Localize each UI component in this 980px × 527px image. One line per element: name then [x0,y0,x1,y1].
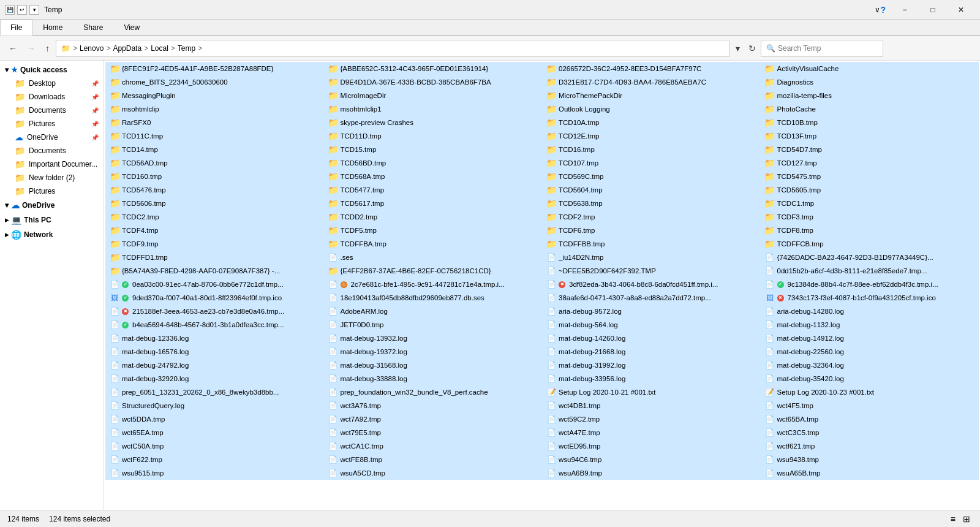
list-item[interactable]: 📁 TCD10B.tmp [761,116,979,129]
list-item[interactable]: 📄 mat-debug-31568.log [324,358,543,372]
list-item[interactable]: 📄 mat-debug-12336.log [105,332,324,345]
minimize-button[interactable]: − [891,0,919,20]
list-item[interactable]: 📄 wct4DB1.tmp [542,399,761,412]
list-item[interactable]: 📄 ✔ 0ea03c00-91ec-47ab-8706-0bb6e772c1df… [105,278,324,291]
list-item[interactable]: 📄 _iu14D2N.tmp [542,251,761,264]
list-item[interactable]: 📄 wctFE8B.tmp [324,453,543,466]
list-item[interactable]: 📄 {7426DADC-BA23-4647-92D3-B1D977A3449C}… [761,251,979,264]
sidebar-thispc-section[interactable]: ▸ 💻 This PC [0,213,104,227]
titlebar-undo-icon[interactable]: ↩ [17,5,27,15]
list-item[interactable]: 📁 TCD5605.tmp [761,183,979,197]
list-item[interactable]: 📄 mat-debug-31992.log [542,358,761,372]
tiles-view-button[interactable]: ⊞ [960,513,973,525]
list-item[interactable]: 📁 MicroImageDir [324,89,543,102]
list-item[interactable]: 📄 mat-debug-1132.log [761,318,979,332]
list-item[interactable]: 📁 TCDFFBA.tmp [324,237,543,251]
list-item[interactable]: 📁 ActivityVisualCache [761,62,979,75]
list-item[interactable]: 📁 TCD13F.tmp [761,129,979,143]
list-item[interactable]: 📁 TCDF2.tmp [542,210,761,224]
list-item[interactable]: 📄 ✔ b4ea5694-648b-4567-8d01-3b1a0dfea3cc… [105,318,324,332]
list-item[interactable]: 📁 TCDF5.tmp [324,224,543,237]
back-button[interactable]: ← [5,41,21,56]
list-item[interactable]: 📄 wct4F5.tmp [761,399,979,412]
list-item[interactable]: 📁 TCDF6.tmp [542,224,761,237]
sidebar-item-downloads[interactable]: 📁 Downloads 📌 [0,90,104,104]
tab-file[interactable]: File [0,20,32,36]
list-item[interactable]: 📁 D321E817-C7D4-4D93-BAA4-786E85AEBA7C [542,75,761,89]
list-item[interactable]: 📁 TCD5476.tmp [105,183,324,197]
list-item[interactable]: 📄 wct5DDA.tmp [105,412,324,426]
list-item[interactable]: 📄 wsu9515.tmp [105,466,324,480]
list-item[interactable]: 📄 mat-debug-33956.log [542,372,761,385]
list-item[interactable]: 🖼 ✖ 7343c173-f3ef-4087-b1cf-0f9a431205cf… [761,291,979,305]
list-item[interactable]: 📁 mozilla-temp-files [761,89,979,102]
list-item[interactable]: 📄 wct7A92.tmp [324,412,543,426]
list-item[interactable]: 📁 TCDC1.tmp [761,197,979,210]
list-item[interactable]: 📁 0266572D-36C2-4952-8EE3-D154BFA7F97C [542,62,761,75]
list-item[interactable]: 📁 TCD5606.tmp [105,197,324,210]
close-button[interactable]: ✕ [947,0,975,20]
breadcrumb[interactable]: 📁 > Lenovo > AppData > Local > Temp > [56,40,729,57]
sidebar-network-section[interactable]: ▸ 🌐 Network [0,227,104,242]
list-item[interactable]: 📁 TCD14.tmp [105,143,324,156]
list-item[interactable]: 📁 TCD107.tmp [542,156,761,170]
list-item[interactable]: 📄 wctED95.tmp [542,439,761,453]
sidebar-item-documents[interactable]: 📁 Documents 📌 [0,104,104,117]
list-item[interactable]: 📁 msohtmlclip [105,102,324,116]
forward-button[interactable]: → [23,41,39,56]
list-item[interactable]: 📁 TCD56BD.tmp [324,156,543,170]
tab-share[interactable]: Share [73,20,113,35]
list-item[interactable]: 📁 Outlook Logging [542,102,761,116]
list-item[interactable]: 📁 TCDF9.tmp [105,237,324,251]
list-item[interactable]: 📄 mat-debug-22560.log [761,345,979,358]
list-item[interactable]: 📄 wctC3C5.tmp [761,426,979,439]
list-item[interactable]: 📄 mat-debug-14260.log [542,332,761,345]
list-item[interactable]: 📄 ✔ 9c1384de-88b4-4c7f-88ee-ebf62ddb4f3c… [761,278,979,291]
list-item[interactable]: 📁 TCDF3.tmp [761,210,979,224]
sidebar-item-documents2[interactable]: 📁 Documents [0,144,104,157]
list-item[interactable]: 📁 TCD5475.tmp [761,170,979,183]
sidebar-item-pictures[interactable]: 📁 Pictures 📌 [0,117,104,131]
list-item[interactable]: 📁 TCDFFD1.tmp [105,251,324,264]
titlebar-save-icon[interactable]: 💾 [5,5,15,15]
list-item[interactable]: 📁 chrome_BITS_22344_500630600 [105,75,324,89]
list-item[interactable]: 📁 TCD127.tmp [761,156,979,170]
list-item[interactable]: 📝 Setup Log 2020-10-23 #001.txt [761,385,979,399]
filelist-area[interactable]: 📁 {8FEC91F2-4ED5-4A1F-A9BE-52B287A88FDE}… [104,61,980,510]
help-button[interactable]: ? [880,5,886,15]
list-item[interactable]: 📁 TCD12E.tmp [542,129,761,143]
list-item[interactable]: 📄 .ses [324,251,543,264]
search-box[interactable]: 🔍 [761,40,883,57]
list-item[interactable]: 📄 aria-debug-9572.log [542,305,761,318]
list-item[interactable]: 📁 TCD11D.tmp [324,129,543,143]
list-item[interactable]: 📁 TCD16.tmp [542,143,761,156]
list-item[interactable]: 📄 wctA47E.tmp [542,426,761,439]
list-item[interactable]: 📄 mat-debug-24792.log [105,358,324,372]
list-item[interactable]: 📄 wsuA65B.tmp [761,466,979,480]
list-item[interactable]: 📄 wct3A76.tmp [324,399,543,412]
list-item[interactable]: 📁 TCDFFCB.tmp [761,237,979,251]
list-item[interactable]: 📄 wctF622.tmp [105,453,324,466]
list-item[interactable]: 📁 skype-preview Crashes [324,116,543,129]
list-item[interactable]: 🖼 ✔ 9ded370a-f007-40a1-80d1-8ff23964ef0f… [105,291,324,305]
list-item[interactable]: 📁 {B5A74A39-F8ED-4298-AAF0-07E908A7F387}… [105,264,324,278]
list-item[interactable]: 📄 StructuredQuery.log [105,399,324,412]
list-item[interactable]: 📁 TCD5638.tmp [542,197,761,210]
tab-home[interactable]: Home [32,20,73,35]
list-item[interactable]: 📄 wsu94C6.tmp [542,453,761,466]
list-item[interactable]: 📄 prep_6051_13231_20262_0_x86_8wekyb3d8b… [105,385,324,399]
list-item[interactable]: 📄 wctC50A.tmp [105,439,324,453]
breadcrumb-temp[interactable]: Temp [178,44,195,53]
list-item[interactable]: 📄 ⚠ 2c7e681c-bfe1-495c-9c91-447281c71e4a… [324,278,543,291]
breadcrumb-dropdown[interactable]: ▾ [732,41,744,56]
list-item[interactable]: 📄 JETF0D0.tmp [324,318,543,332]
sidebar-item-pictures2[interactable]: 📁 Pictures [0,184,104,198]
sidebar-item-important-docs[interactable]: 📁 Important Documer... [0,157,104,171]
sidebar-item-desktop[interactable]: 📁 Desktop 📌 [0,77,104,90]
refresh-button[interactable]: ↻ [746,41,758,56]
list-item[interactable]: 📄 wsuA6B9.tmp [542,466,761,480]
list-item[interactable]: 📄 ~DFEE5B2D90F642F392.TMP [542,264,761,278]
list-item[interactable]: 📄 mat-debug-33888.log [324,372,543,385]
list-item[interactable]: 📄 wct79E5.tmp [324,426,543,439]
list-item[interactable]: 📁 TCD56AD.tmp [105,156,324,170]
